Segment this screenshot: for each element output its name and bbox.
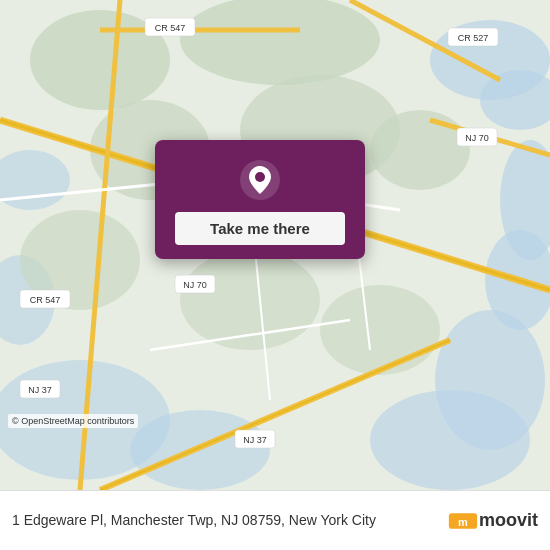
- svg-text:NJ 37: NJ 37: [243, 435, 267, 445]
- svg-text:CR 527: CR 527: [458, 33, 489, 43]
- moovit-logo-icon: m: [447, 510, 479, 532]
- svg-point-15: [370, 110, 470, 190]
- svg-text:CR 547: CR 547: [155, 23, 186, 33]
- address-label: 1 Edgeware Pl, Manchester Twp, NJ 08759,…: [12, 512, 376, 528]
- svg-text:NJ 70: NJ 70: [465, 133, 489, 143]
- svg-text:NJ 70: NJ 70: [183, 280, 207, 290]
- moovit-logo: m moovit: [443, 510, 538, 532]
- svg-text:m: m: [458, 515, 468, 527]
- map-container: CR 547 CR 527 NJ 70 NJ 70 CR 547 NJ 37 N…: [0, 0, 550, 490]
- address-text: 1 Edgeware Pl, Manchester Twp, NJ 08759,…: [12, 511, 433, 529]
- location-pin-icon: [238, 158, 282, 202]
- take-me-there-card: Take me there: [155, 140, 365, 259]
- svg-point-47: [255, 172, 265, 182]
- svg-text:NJ 37: NJ 37: [28, 385, 52, 395]
- bottom-bar: 1 Edgeware Pl, Manchester Twp, NJ 08759,…: [0, 490, 550, 550]
- moovit-logo-text: moovit: [479, 510, 538, 531]
- credit-text: © OpenStreetMap contributors: [12, 416, 134, 426]
- svg-point-6: [370, 390, 530, 490]
- svg-text:CR 547: CR 547: [30, 295, 61, 305]
- svg-point-18: [320, 285, 440, 375]
- take-me-there-button[interactable]: Take me there: [175, 212, 345, 245]
- openstreetmap-credit: © OpenStreetMap contributors: [8, 414, 138, 428]
